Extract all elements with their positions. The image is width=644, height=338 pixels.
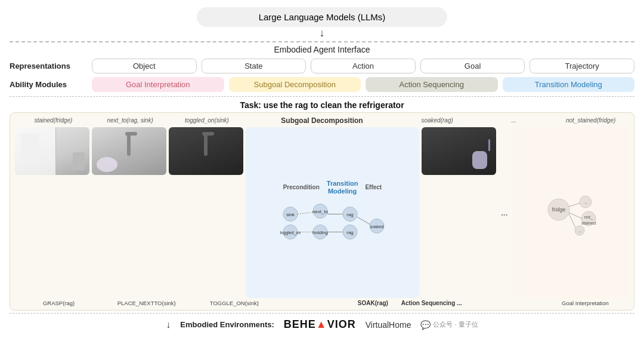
representations-label: Representations xyxy=(10,62,87,70)
svg-text:toggled_on: toggled_on xyxy=(280,230,301,235)
transition-svg: sink toggled_on next_to holding rag rag … xyxy=(273,198,392,245)
svg-text:not_: not_ xyxy=(584,214,593,220)
scene-soak xyxy=(422,127,496,298)
ability-subgoal-decomposition: Subgoal Decomposition xyxy=(229,77,361,92)
scene-sink xyxy=(92,127,166,298)
ability-boxes: Goal Interpretation Subgoal Decompositio… xyxy=(92,77,634,92)
svg-text:rag: rag xyxy=(347,211,354,217)
svg-line-28 xyxy=(569,203,580,207)
soak-image xyxy=(422,127,496,175)
dots-middle: ... xyxy=(499,127,510,298)
svg-line-18 xyxy=(357,217,370,224)
rep-goal: Goal xyxy=(420,59,525,73)
label-soak-action-seq: SOAK(rag) Action Sequencing ... xyxy=(278,300,541,306)
dashed-line-middle xyxy=(10,96,634,97)
label-soaked-rag: soaked(rag) xyxy=(399,117,476,124)
scene-toggle xyxy=(169,127,243,298)
fridge-image xyxy=(15,127,89,175)
ability-action-sequencing: Action Sequencing xyxy=(366,77,498,92)
rep-action: Action xyxy=(311,59,416,73)
rep-state: State xyxy=(202,59,306,73)
scene-images-row: Precondition TransitionModeling Effect s… xyxy=(15,127,629,298)
svg-text:rag: rag xyxy=(347,229,354,235)
label-dots-top: ... xyxy=(476,117,553,124)
dashed-line-top xyxy=(10,41,634,42)
behavior-triangle: ▲ xyxy=(316,318,327,330)
llm-label: Large Language Models (LLMs) xyxy=(259,12,386,22)
dashed-line-bottom xyxy=(10,313,634,314)
label-next-to: next_to(rag, sink) xyxy=(92,117,169,124)
environments-section: ↓ Embodied Environments: BEHE▲VIOR Virtu… xyxy=(10,318,634,331)
transition-graph: sink toggled_on next_to holding rag rag … xyxy=(250,198,414,245)
toggle-image xyxy=(169,127,243,175)
wechat-text: 公众号 · 量子位 xyxy=(433,320,478,329)
arrow-down-bottom: ↓ xyxy=(166,319,171,330)
transition-title: Precondition TransitionModeling Effect xyxy=(283,180,382,195)
label-goal-interpretation-bottom: Goal Interpretation xyxy=(541,300,629,306)
wechat-badge: 💬 公众号 · 量子位 xyxy=(420,320,478,330)
environments-label: Embodied Environments: xyxy=(180,320,274,329)
rep-object: Object xyxy=(92,59,197,73)
ability-goal-interpretation: Goal Interpretation xyxy=(92,77,224,92)
sink-image xyxy=(92,127,166,175)
rep-trajectory: Trajectory xyxy=(530,59,634,73)
svg-text:stained: stained xyxy=(581,220,596,226)
trans-pre-label: Precondition xyxy=(283,184,320,190)
svg-text:holding: holding xyxy=(313,229,329,235)
virtualhome-label: VirtualHome xyxy=(366,320,411,330)
scene-fridge xyxy=(15,127,89,298)
transition-modeling-box: Precondition TransitionModeling Effect s… xyxy=(246,127,419,298)
svg-text:soaked: soaked xyxy=(370,224,384,228)
embodied-agent-label: Embodied Agent Interface xyxy=(10,45,634,54)
svg-text:...: ... xyxy=(584,200,587,204)
label-grasp: GRASP(rag) xyxy=(15,300,103,306)
ability-modules-label: Ability Modules xyxy=(10,80,87,89)
label-place: PLACE_NEXTTO(sink) xyxy=(103,300,190,306)
svg-line-30 xyxy=(569,214,575,228)
label-not-stained: not_stained(fridge) xyxy=(552,117,629,124)
rep-boxes: Object State Action Goal Trajectory xyxy=(92,59,634,73)
label-toggled-on: toggled_on(sink) xyxy=(169,117,246,124)
trans-main-label: TransitionModeling xyxy=(327,180,358,195)
trans-effect-label: Effect xyxy=(365,184,382,190)
arrow-down: ↓ xyxy=(10,27,634,40)
behavior-logo: BEHE▲VIOR xyxy=(284,318,356,331)
scene-top-labels: stained(fridge) next_to(rag, sink) toggl… xyxy=(15,116,629,125)
task-label: Task: use the rag to clean the refrigera… xyxy=(10,100,634,110)
scene-area: stained(fridge) next_to(rag, sink) toggl… xyxy=(10,112,634,311)
svg-text:...: ... xyxy=(578,229,581,233)
ability-modules-row: Ability Modules Goal Interpretation Subg… xyxy=(10,77,634,92)
svg-text:next_to: next_to xyxy=(312,208,329,214)
scene-bottom-labels: GRASP(rag) PLACE_NEXTTO(sink) TOGGLE_ON(… xyxy=(15,300,629,306)
goal-viz-svg: fridge ... not_ stained ... xyxy=(538,189,603,236)
svg-line-14 xyxy=(298,212,313,214)
wechat-icon: 💬 xyxy=(420,320,431,330)
label-subgoal-decomposition: Subgoal Decomposition xyxy=(245,116,399,125)
goal-interp-panel: fridge ... not_ stained ... xyxy=(513,127,629,298)
label-toggle: TOGGLE_ON(sink) xyxy=(190,300,278,306)
llm-box: Large Language Models (LLMs) xyxy=(197,7,447,27)
ability-transition-modeling: Transition Modeling xyxy=(503,77,635,92)
svg-text:fridge: fridge xyxy=(552,207,566,213)
svg-text:sink: sink xyxy=(286,211,295,217)
label-stained-fridge: stained(fridge) xyxy=(15,117,92,124)
representations-row: Representations Object State Action Goal… xyxy=(10,59,634,73)
main-container: Large Language Models (LLMs) ↓ Embodied … xyxy=(0,0,644,338)
